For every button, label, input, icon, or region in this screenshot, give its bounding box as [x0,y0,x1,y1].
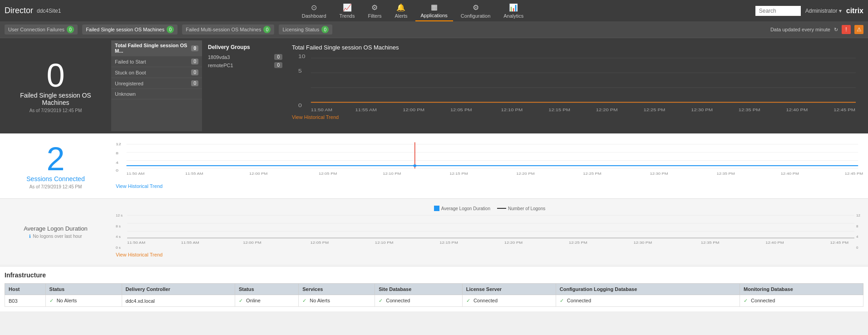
col-monitoring-db: Monitoring Database [740,284,863,295]
alert-user-connection[interactable]: User Connection Failures 0 [5,25,78,34]
failed-start-label: Failed to Start [115,59,146,64]
col-delivery-controller: Delivery Controller [122,284,235,295]
col-license-server: License Server [462,284,556,295]
refresh-icon[interactable]: ↻ [834,27,838,33]
logon-legend: Average Logon Duration Number of Logons [116,206,863,211]
licensing-label: Licensing Status [282,27,319,32]
nav-trends[interactable]: 📈 Trends [334,1,360,21]
svg-text:12:30 PM: 12:30 PM [633,241,652,245]
failed-subtitle: As of 7/29/2019 12:45 PM [30,108,82,113]
svg-text:12:25 PM: 12:25 PM [569,241,587,245]
nav-dashboard[interactable]: ⊙ Dashboard [296,1,332,21]
nav-applications[interactable]: ▦ Applications [415,0,453,21]
table-header[interactable]: Total Failed Single session OS M... 0 [111,40,202,56]
col-services: Services [299,284,375,295]
svg-text:11:55 AM: 11:55 AM [355,108,377,112]
svg-text:12:00 PM: 12:00 PM [403,108,424,112]
config-log-check: ✓ [560,298,564,303]
infrastructure-section: Infrastructure Host Status Delivery Cont… [0,267,868,311]
svg-text:11:50 AM: 11:50 AM [127,172,145,176]
svg-text:12:15 PM: 12:15 PM [548,108,570,112]
monitoring-check: ✓ [744,298,748,303]
svg-text:12:25 PM: 12:25 PM [644,108,666,112]
col-config-log: Configuration Logging Database [556,284,740,295]
nav-trends-label: Trends [340,13,355,19]
site-name: ddc4Site1 [37,8,61,14]
alert-licensing[interactable]: Licensing Status 0 [279,25,332,34]
failed-count: 0 [46,59,64,92]
delivery-remotepc1-value: 0 [274,62,282,68]
delivery-groups-title: Delivery Groups [208,44,282,50]
nav-alerts-label: Alerts [395,13,407,19]
nav-dashboard-label: Dashboard [302,13,326,19]
table-header-value: 0 [191,45,198,51]
table-row-failed-start[interactable]: Failed to Start 0 [111,56,202,67]
alert-bar: User Connection Failures 0 Failed Single… [0,21,868,38]
red-alert-icon[interactable]: ! [842,25,851,34]
failed-multi-badge: 0 [263,26,271,33]
unregistered-label: Unregistered [115,81,143,86]
logon-left: Average Logon Duration ℹ No logons over … [2,203,109,260]
sessions-left: 2 Sessions Connected As of 7/29/2019 12:… [2,138,109,194]
cell-host-status: ✓ No Alerts [45,295,122,307]
svg-text:12:40 PM: 12:40 PM [781,172,799,176]
svg-text:11:55 AM: 11:55 AM [185,172,203,176]
svg-text:12:45 PM: 12:45 PM [830,241,849,245]
services-text: No Alerts [310,298,330,303]
svg-text:12:15 PM: 12:15 PM [449,172,468,176]
alerts-icon: 🔔 [396,3,405,12]
orange-alert-icon[interactable]: ⚠ [854,25,863,34]
delivery-remotepc1-label: remotePC1 [208,63,233,68]
nav-analytics[interactable]: 📊 Analytics [498,1,529,21]
nav-filters[interactable]: ⚙ Filters [362,1,387,21]
alert-right-area: Data updated every minute ↻ ! ⚠ [770,25,863,34]
nav-configuration[interactable]: ⚙ Configuration [455,1,496,21]
alert-failed-multi[interactable]: Failed Multi-session OS Machines 0 [182,25,274,34]
svg-text:10: 10 [298,54,306,59]
svg-text:12: 12 [116,142,121,146]
nav-alerts[interactable]: 🔔 Alerts [389,1,413,21]
svg-text:12:15 PM: 12:15 PM [439,241,458,245]
sessions-title: Sessions Connected [26,175,84,182]
nav-right: Administrator ▾ citrix [755,6,863,16]
col-status: Status [45,284,122,295]
col-site-db: Site Database [375,284,463,295]
license-check: ✓ [466,298,470,303]
search-input[interactable] [755,6,801,16]
view-trend-logon[interactable]: View Historical Trend [116,252,163,257]
host-status-text: No Alerts [57,298,77,303]
nav-items: ⊙ Dashboard 📈 Trends ⚙ Filters 🔔 Alerts … [70,0,755,21]
view-trend-sessions[interactable]: View Historical Trend [116,183,163,189]
legend-avg-duration: Average Logon Duration [434,206,490,211]
cell-license-server: ✓ Connected [462,295,556,307]
cell-services: ✓ No Alerts [299,295,375,307]
cell-monitoring-db: ✓ Connected [740,295,863,307]
nav-filters-label: Filters [368,13,381,19]
svg-text:12:25 PM: 12:25 PM [583,172,601,176]
delivery-item-1809vda3[interactable]: 1809vda3 0 [208,54,282,60]
top-navigation: Director ddc4Site1 ⊙ Dashboard 📈 Trends … [0,0,868,21]
svg-text:11:55 AM: 11:55 AM [181,241,199,245]
failed-start-value: 0 [191,59,198,64]
table-row-unregistered[interactable]: Unregistered 0 [111,78,202,89]
logon-y-right: 12 8 4 0 [854,213,863,250]
svg-text:12:35 PM: 12:35 PM [716,172,735,176]
admin-menu[interactable]: Administrator ▾ [805,8,842,14]
delivery-1809vda3-label: 1809vda3 [208,54,230,60]
svg-text:12:35 PM: 12:35 PM [739,108,760,112]
failed-multi-label: Failed Multi-session OS Machines [186,27,261,32]
logon-info: ℹ No logons over last hour [29,234,82,239]
alert-failed-single[interactable]: Failed Single session OS Machines 0 [82,25,178,34]
delivery-item-remotepc1[interactable]: remotePC1 0 [208,62,282,68]
svg-text:12:20 PM: 12:20 PM [596,108,618,112]
svg-point-30 [413,164,416,167]
svg-text:12:10 PM: 12:10 PM [383,172,401,176]
site-db-text: Connected [386,298,410,303]
site-db-check: ✓ [379,298,383,303]
legend-num-label: Number of Logons [508,206,545,211]
table-row-unknown[interactable]: Unknown [111,89,202,99]
table-row-stuck-boot[interactable]: Stuck on Boot 0 [111,67,202,78]
view-trend-link-failed[interactable]: View Historical Trend [292,114,339,120]
svg-text:11:50 AM: 11:50 AM [311,108,332,112]
logon-chart-svg: 11:50 AM 11:55 AM 12:00 PM 12:05 PM 12:1… [127,213,854,245]
